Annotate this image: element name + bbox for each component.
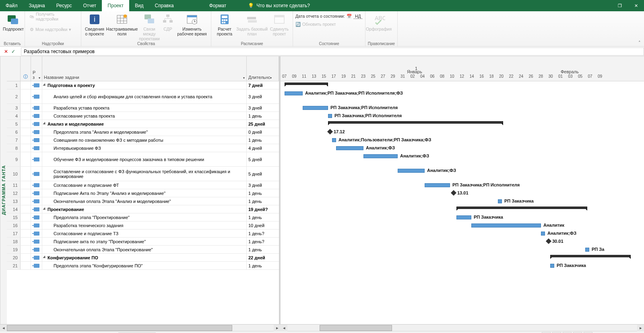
change-worktime-button[interactable]: Изменить рабочее время <box>175 12 208 41</box>
table-row[interactable]: 9Обучение ФЗ и моделирование процессов з… <box>7 152 279 167</box>
accept-button[interactable]: ✓ <box>11 49 19 54</box>
table-row[interactable]: 20Конфигурирование ПО22 дней <box>7 254 279 262</box>
gantt-bar[interactable] <box>336 146 363 150</box>
table-row[interactable]: 13Окончательная оплата Этапа "Анализ и м… <box>7 197 279 205</box>
scroll-left-icon[interactable]: ◂ <box>0 325 7 331</box>
subproject-button[interactable]: Подпроект <box>2 12 24 31</box>
duration-cell[interactable]: 3 дней <box>247 181 279 189</box>
table-row[interactable]: 21Предоплата этапа "Конфигурирование ПО"… <box>7 262 279 270</box>
table-row[interactable]: 2Анализ целей и сбор информации для сост… <box>7 89 279 104</box>
baseline-button[interactable]: Задать базовый план <box>235 12 268 41</box>
scroll-left-icon[interactable]: ◂ <box>281 325 287 331</box>
menu-resource[interactable]: Ресурс <box>51 0 78 11</box>
duration-cell[interactable]: 1 день? <box>247 238 279 245</box>
table-row[interactable]: 4Согласование устава проекта1 день <box>7 112 279 120</box>
gantt-row[interactable]: 30.01 <box>281 238 644 246</box>
gantt-row[interactable]: РП Заказчика <box>281 213 644 221</box>
duration-cell[interactable]: 4 дней <box>247 144 279 152</box>
duration-cell[interactable]: 7 дней <box>247 81 279 89</box>
duration-cell[interactable]: 22 дней <box>247 254 279 261</box>
gantt-row[interactable] <box>281 120 644 128</box>
task-name-cell[interactable]: Совещания по ознакомлению ФЗ с методами … <box>42 136 247 144</box>
collapse-icon[interactable] <box>43 83 46 87</box>
move-project-button[interactable]: Сдвинуть проект <box>268 12 290 41</box>
gantt-row[interactable]: Аналитик;ФЗ <box>281 144 644 152</box>
task-name-cell[interactable]: Интервьюирование ФЗ <box>42 144 247 152</box>
status-date-value[interactable]: НД <box>353 14 363 19</box>
menu-project[interactable]: Проект <box>102 0 129 11</box>
gantt-row[interactable]: Аналитик;ФЗ <box>281 152 644 167</box>
gantt-bar[interactable] <box>456 215 471 219</box>
gantt-chart[interactable]: 1ЯнварьФевраль07091113151719212325272931… <box>281 56 644 324</box>
gantt-row[interactable]: Аналитик;ФЗ <box>281 230 644 238</box>
gantt-row[interactable]: РП Заказчика;РП Исполнителя <box>281 104 644 112</box>
duration-cell[interactable]: 1 день <box>247 189 279 197</box>
duration-cell[interactable]: 25 дней <box>247 120 279 128</box>
duration-cell[interactable]: 1 день <box>247 262 279 269</box>
gantt-body[interactable]: Аналитик;РП Заказчика;РП Исполнителя;ФЗР… <box>281 81 644 270</box>
gantt-bar[interactable] <box>471 223 541 228</box>
cancel-button[interactable]: ✕ <box>4 49 11 54</box>
project-info-button[interactable]: i Сведения о проекте <box>84 12 105 41</box>
menu-file[interactable]: Файл <box>0 0 23 11</box>
gantt-row[interactable]: Аналитик;ФЗ <box>281 167 644 181</box>
col-mode[interactable]: Р з ▾ <box>31 56 42 81</box>
table-row[interactable]: 11Согласование и подписание ФТ3 дней <box>7 181 279 189</box>
task-name-cell[interactable]: Разработка устава проекта <box>42 104 247 112</box>
table-row[interactable]: 5Анализ и моделирование25 дней <box>7 120 279 128</box>
wbs-button[interactable]: СДР <box>160 12 175 41</box>
task-name-cell[interactable]: Согласование устава проекта <box>42 112 247 120</box>
gantt-bar[interactable] <box>456 207 587 209</box>
table-row[interactable]: 16Разработка технического задания10 дней <box>7 221 279 230</box>
table-row[interactable]: 17Согласование и подписание ТЗ1 день? <box>7 230 279 238</box>
duration-cell[interactable]: 1 день <box>247 246 279 253</box>
duration-cell[interactable]: 1 день <box>247 197 279 205</box>
table-row[interactable]: 18Подписание акта по этапу "Проектирован… <box>7 238 279 246</box>
gantt-bar[interactable] <box>285 83 328 85</box>
task-name-cell[interactable]: Подготовка к проекту <box>42 81 247 89</box>
gantt-bar[interactable] <box>363 154 398 158</box>
gantt-bar[interactable] <box>498 199 502 203</box>
task-name-cell[interactable]: Разработка технического задания <box>42 221 247 229</box>
calc-project-button[interactable]: Расчет проекта <box>214 12 235 41</box>
gantt-row[interactable]: Аналитик <box>281 221 644 230</box>
gantt-row[interactable]: РП Заказчика;РП Исполнителя <box>281 112 644 120</box>
task-table[interactable]: 1Подготовка к проекту7 дней2Анализ целей… <box>7 81 279 324</box>
task-name-cell[interactable]: Анализ целей и сбор информации для соста… <box>42 89 247 103</box>
gantt-row[interactable] <box>281 81 644 89</box>
table-row[interactable]: 15Предоплата этапа "Проектирование"1 ден… <box>7 213 279 221</box>
table-row[interactable]: 7Совещания по ознакомлению ФЗ с методами… <box>7 136 279 144</box>
collapse-icon[interactable] <box>43 255 46 259</box>
task-name-cell[interactable]: Конфигурирование ПО <box>42 254 247 261</box>
gantt-bar[interactable] <box>541 232 545 236</box>
duration-cell[interactable]: 1 день <box>247 213 279 221</box>
task-name-cell[interactable]: Окончательная оплата Этапа "Анализ и мод… <box>42 197 247 205</box>
gantt-bar[interactable] <box>398 169 425 173</box>
collapse-icon[interactable] <box>43 122 46 125</box>
gantt-row[interactable]: Аналитик;РП Заказчика;РП Исполнителя;ФЗ <box>281 89 644 104</box>
task-name-cell[interactable]: Проектирование <box>42 205 247 213</box>
collapse-icon[interactable] <box>43 207 46 211</box>
col-duration[interactable]: Длительнс ▾ <box>247 56 279 81</box>
milestone-icon[interactable] <box>327 129 333 134</box>
gantt-bar[interactable] <box>328 114 332 118</box>
formula-input[interactable]: Разработка тестовых примеров <box>21 48 644 56</box>
scroll-right-icon[interactable]: ▸ <box>637 325 644 331</box>
duration-cell[interactable]: 3 дней <box>247 89 279 103</box>
gantt-row[interactable] <box>281 254 644 262</box>
milestone-icon[interactable] <box>546 238 551 244</box>
duration-cell[interactable]: 1 день <box>247 136 279 144</box>
gantt-bar[interactable] <box>285 91 303 95</box>
task-name-cell[interactable]: Составление и согласование с ФЗ функцион… <box>42 167 247 181</box>
duration-cell[interactable]: 10 дней <box>247 221 279 229</box>
milestone-icon[interactable] <box>451 190 456 196</box>
gantt-row[interactable]: 17.12 <box>281 128 644 136</box>
gantt-bar[interactable] <box>332 138 336 142</box>
task-name-cell[interactable]: Подписание Акта по Этапу "Анализ и модел… <box>42 189 247 197</box>
task-name-cell[interactable]: Подписание акта по этапу "Проектирование… <box>42 238 247 245</box>
duration-cell[interactable]: 3 дней <box>247 104 279 112</box>
my-addins-button[interactable]: ⚙Мои надстройки ▾ <box>27 25 78 34</box>
duration-cell[interactable]: 5 дней <box>247 167 279 181</box>
menu-view[interactable]: Вид <box>129 0 149 11</box>
gantt-row[interactable]: РП За <box>281 246 644 254</box>
